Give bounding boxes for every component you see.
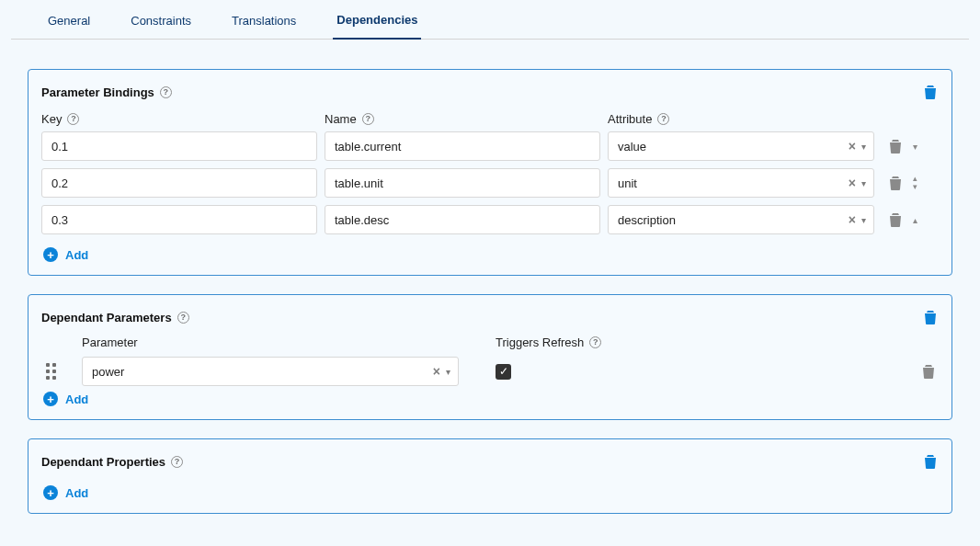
binding-attribute-combo[interactable]: description ×▾ [608, 205, 874, 234]
chevron-down-icon[interactable]: ▾ [861, 178, 866, 188]
help-icon[interactable]: ? [589, 336, 601, 348]
binding-key-input[interactable] [41, 205, 317, 234]
help-icon[interactable]: ? [657, 113, 669, 125]
help-icon[interactable]: ? [171, 456, 183, 468]
panel-title-dep-props: Dependant Properties [41, 455, 165, 469]
help-icon[interactable]: ? [160, 86, 172, 98]
tab-translations[interactable]: Translations [228, 14, 300, 39]
content-area: Parameter Bindings ? Key? Name? Attribut… [0, 40, 980, 532]
row-delete-button[interactable] [887, 210, 904, 229]
binding-name-input[interactable] [325, 168, 600, 198]
clear-icon[interactable]: × [849, 176, 856, 189]
binding-name-input[interactable] [325, 205, 600, 234]
dependant-row: power ×▾ ✓ [41, 357, 939, 386]
chevron-down-icon[interactable]: ▾ [861, 215, 866, 225]
panel-dependant-parameters: Dependant Parameters ? Parameter Trigger… [28, 294, 952, 420]
tab-general[interactable]: General [44, 14, 94, 39]
panel-delete-button[interactable] [922, 452, 939, 471]
plus-circle-icon: + [43, 485, 58, 500]
col-parameter-label: Parameter [82, 336, 138, 349]
parameter-combo[interactable]: power ×▾ [82, 357, 459, 386]
help-icon[interactable]: ? [67, 113, 79, 125]
plus-circle-icon: + [43, 247, 58, 262]
combo-value: description [618, 213, 849, 227]
help-icon[interactable]: ? [177, 312, 189, 324]
clear-icon[interactable]: × [849, 140, 856, 153]
binding-key-input[interactable] [41, 131, 317, 161]
add-label: Add [65, 248, 88, 262]
col-attribute-label: Attribute [608, 112, 652, 126]
binding-row: description ×▾ ▴ [41, 205, 939, 234]
drag-handle-icon[interactable] [41, 363, 60, 380]
row-delete-button[interactable] [887, 174, 904, 192]
add-label: Add [65, 486, 88, 500]
clear-icon[interactable]: × [849, 213, 856, 226]
add-dependant-prop-button[interactable]: + Add [43, 485, 88, 500]
col-name-label: Name [325, 112, 357, 126]
panel-dependant-properties: Dependant Properties ? + Add [28, 438, 952, 514]
combo-value: unit [618, 176, 849, 190]
add-binding-button[interactable]: + Add [43, 247, 88, 262]
row-delete-button[interactable] [920, 362, 937, 381]
col-refresh-label: Triggers Refresh [496, 336, 584, 349]
clear-icon[interactable]: × [433, 365, 440, 378]
plus-circle-icon: + [43, 392, 58, 406]
panel-title-dep-params: Dependant Parameters [41, 311, 172, 324]
col-key-label: Key [41, 112, 62, 126]
binding-row: unit ×▾ ▴ ▾ [41, 168, 939, 198]
binding-attribute-combo[interactable]: value ×▾ [608, 131, 874, 161]
combo-value: power [92, 365, 433, 379]
binding-key-input[interactable] [41, 168, 317, 198]
move-up-icon[interactable]: ▴ [913, 215, 917, 225]
chevron-down-icon[interactable]: ▾ [861, 142, 866, 152]
help-icon[interactable]: ? [362, 113, 374, 125]
add-label: Add [65, 392, 88, 406]
move-down-icon[interactable]: ▾ [913, 142, 917, 152]
panel-parameter-bindings: Parameter Bindings ? Key? Name? Attribut… [28, 69, 952, 276]
panel-delete-button[interactable] [922, 83, 939, 101]
panel-title-bindings: Parameter Bindings [41, 85, 154, 99]
tab-dependencies[interactable]: Dependencies [333, 13, 421, 40]
binding-row: value ×▾ ▾ [41, 131, 939, 161]
binding-name-input[interactable] [325, 131, 600, 161]
move-down-icon[interactable]: ▾ [913, 183, 917, 191]
panel-delete-button[interactable] [922, 308, 939, 326]
chevron-down-icon[interactable]: ▾ [446, 367, 450, 377]
tab-constraints[interactable]: Constraints [127, 14, 195, 39]
row-delete-button[interactable] [887, 137, 904, 155]
combo-value: value [618, 140, 849, 154]
tabs-bar: General Constraints Translations Depende… [11, 0, 969, 40]
binding-attribute-combo[interactable]: unit ×▾ [608, 168, 874, 198]
triggers-refresh-checkbox[interactable]: ✓ [496, 364, 511, 380]
add-dependant-param-button[interactable]: + Add [43, 392, 88, 406]
